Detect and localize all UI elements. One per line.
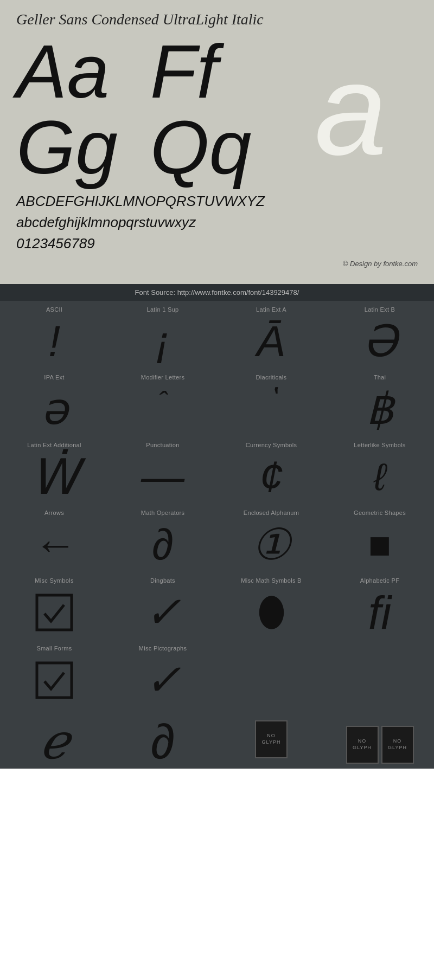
glyph-gg: Gg bbox=[16, 109, 150, 185]
font-title: Geller Sans Condensed UltraLight Italic bbox=[16, 11, 418, 28]
unicode-cell-modifier: Modifier Letters ˆ bbox=[108, 369, 217, 436]
alphabet-section: ABCDEFGHIJKLMNOPQRSTUVWXYZ abcdefghijklm… bbox=[16, 191, 418, 254]
unicode-label-enclosed: Enclosed Alphanum bbox=[244, 510, 299, 516]
unicode-cell-arrows: Arrows ← bbox=[0, 504, 108, 572]
unicode-cell-empty2 bbox=[326, 640, 434, 707]
uppercase-row: ABCDEFGHIJKLMNOPQRSTUVWXYZ bbox=[16, 191, 418, 212]
unicode-glyph-currency: ¢ bbox=[259, 453, 284, 501]
unicode-cell-latinextadd: Latin Ext Additional Ẇ bbox=[0, 436, 108, 504]
unicode-cell-noglyph1: NOGLYPH bbox=[217, 707, 326, 769]
unicode-glyph-latinextadd: Ẇ bbox=[30, 453, 79, 501]
unicode-label-dingbats: Dingbats bbox=[150, 577, 175, 584]
unicode-cell-diacriticals: Diacriticals ʽ bbox=[217, 369, 326, 436]
unicode-cell-misc-symbols: Misc Symbols bbox=[0, 572, 108, 640]
glyph-ff: Ff bbox=[150, 34, 284, 109]
unicode-glyph-dingbats: ✓ bbox=[145, 588, 181, 637]
unicode-glyph-latin1sup: ¡ bbox=[156, 317, 170, 366]
unicode-label-currency: Currency Symbols bbox=[246, 442, 297, 448]
unicode-cell-enclosed: Enclosed Alphanum ① bbox=[217, 504, 326, 572]
glyph-qq: Qq bbox=[150, 109, 284, 185]
unicode-glyph-latinextb: Ə bbox=[363, 317, 397, 366]
unicode-glyph-ascii: ! bbox=[48, 317, 60, 366]
unicode-label-latin1sup: Latin 1 Sup bbox=[147, 306, 179, 313]
unicode-label-mathops: Math Operators bbox=[141, 510, 185, 516]
lowercase-row: abcdefghijklmnopqrstuvwxyz bbox=[16, 212, 418, 233]
unicode-cell-alphabeticpf: Alphabetic PF ﬁ bbox=[326, 572, 434, 640]
unicode-label-miscpict: Misc Pictographs bbox=[139, 645, 187, 652]
unicode-label-punctuation: Punctuation bbox=[146, 442, 179, 448]
unicode-glyph-enclosed: ① bbox=[252, 520, 291, 569]
unicode-label-alphabeticpf: Alphabetic PF bbox=[360, 577, 399, 584]
unicode-label-misc-symbols: Misc Symbols bbox=[35, 577, 73, 584]
unicode-cell-latin1sup: Latin 1 Sup ¡ bbox=[108, 301, 217, 369]
unicode-glyph-miscpict: ✓ bbox=[145, 656, 181, 705]
svg-rect-0 bbox=[37, 595, 72, 630]
unicode-cell-letterlike: Letterlike Symbols ℓ bbox=[326, 436, 434, 504]
unicode-cell-partiald: ∂ bbox=[108, 707, 217, 769]
glyph-a-large: a bbox=[284, 34, 418, 185]
unicode-label-letterlike: Letterlike Symbols bbox=[354, 442, 405, 448]
unicode-label-miscmathb: Misc Math Symbols B bbox=[241, 577, 301, 584]
unicode-cell-scripte: ℯ bbox=[0, 707, 108, 769]
unicode-cell-miscpict: Misc Pictographs ✓ bbox=[108, 640, 217, 707]
unicode-cell-smallforms: Small Forms bbox=[0, 640, 108, 707]
preview-section: Geller Sans Condensed UltraLight Italic … bbox=[0, 0, 434, 284]
unicode-glyph-miscmathb bbox=[254, 588, 289, 637]
dark-section: Font Source: http://www.fontke.com/font/… bbox=[0, 284, 434, 769]
unicode-glyph-mathops: ∂ bbox=[152, 520, 174, 569]
no-glyph-3: NOGLYPH bbox=[381, 726, 414, 764]
unicode-cell-miscmathb: Misc Math Symbols B bbox=[217, 572, 326, 640]
unicode-label-diacriticals: Diacriticals bbox=[256, 374, 287, 381]
unicode-glyph-diacriticals: ʽ bbox=[267, 385, 276, 417]
unicode-glyph-geometric: ■ bbox=[368, 520, 391, 569]
svg-rect-2 bbox=[37, 663, 72, 698]
unicode-cell-punctuation: Punctuation — bbox=[108, 436, 217, 504]
unicode-glyph-partiald: ∂ bbox=[151, 717, 175, 766]
unicode-label-latinextadd: Latin Ext Additional bbox=[27, 442, 81, 448]
font-source-bar: Font Source: http://www.fontke.com/font/… bbox=[0, 284, 434, 301]
unicode-label-ascii: ASCII bbox=[46, 306, 62, 313]
glyphs-grid: Aa Ff a Gg Qq bbox=[16, 34, 418, 185]
unicode-glyph-scripte: ℯ bbox=[40, 717, 69, 766]
unicode-glyph-punctuation: — bbox=[141, 453, 184, 501]
unicode-cell-latinextb: Latin Ext B Ə bbox=[326, 301, 434, 369]
unicode-label-modifier: Modifier Letters bbox=[141, 374, 185, 381]
copyright-text: © Design by fontke.com bbox=[16, 260, 418, 268]
unicode-cell-geometric: Geometric Shapes ■ bbox=[326, 504, 434, 572]
numbers-row: 0123456789 bbox=[16, 233, 418, 254]
unicode-label-arrows: Arrows bbox=[44, 510, 64, 516]
unicode-cell-currency: Currency Symbols ¢ bbox=[217, 436, 326, 504]
unicode-glyph-thai: ฿ bbox=[366, 385, 394, 434]
unicode-cell-empty1 bbox=[217, 640, 326, 707]
unicode-label-latinextb: Latin Ext B bbox=[365, 306, 395, 313]
unicode-glyph-arrows: ← bbox=[33, 520, 76, 569]
unicode-cell-dingbats: Dingbats ✓ bbox=[108, 572, 217, 640]
unicode-glyph-letterlike: ℓ bbox=[374, 453, 386, 501]
unicode-glyph-alphabeticpf: ﬁ bbox=[368, 588, 392, 637]
unicode-cell-latinexta: Latin Ext A Ā bbox=[217, 301, 326, 369]
unicode-glyph-smallforms bbox=[33, 656, 76, 705]
no-glyph-2: NOGLYPH bbox=[346, 726, 379, 764]
unicode-cell-noglyph2: NOGLYPH NOGLYPH bbox=[326, 707, 434, 769]
unicode-grid: ASCII ! Latin 1 Sup ¡ Latin Ext A Ā Lati… bbox=[0, 301, 434, 769]
unicode-glyph-modifier: ˆ bbox=[158, 385, 168, 417]
unicode-cell-thai: Thai ฿ bbox=[326, 369, 434, 436]
unicode-label-latinexta: Latin Ext A bbox=[256, 306, 286, 313]
unicode-label-geometric: Geometric Shapes bbox=[354, 510, 406, 516]
unicode-glyph-latinexta: Ā bbox=[257, 317, 285, 366]
unicode-label-thai: Thai bbox=[374, 374, 386, 381]
no-glyph-1: NOGLYPH bbox=[255, 720, 288, 758]
glyph-aa: Aa bbox=[16, 34, 150, 109]
unicode-cell-ipaext: IPA Ext ə bbox=[0, 369, 108, 436]
unicode-glyph-misc-symbols bbox=[33, 588, 76, 637]
unicode-cell-ascii: ASCII ! bbox=[0, 301, 108, 369]
svg-point-1 bbox=[259, 596, 284, 629]
unicode-label-ipaext: IPA Ext bbox=[44, 374, 64, 381]
unicode-label-smallforms: Small Forms bbox=[36, 645, 72, 652]
unicode-glyph-ipaext: ə bbox=[41, 385, 68, 434]
unicode-cell-mathops: Math Operators ∂ bbox=[108, 504, 217, 572]
